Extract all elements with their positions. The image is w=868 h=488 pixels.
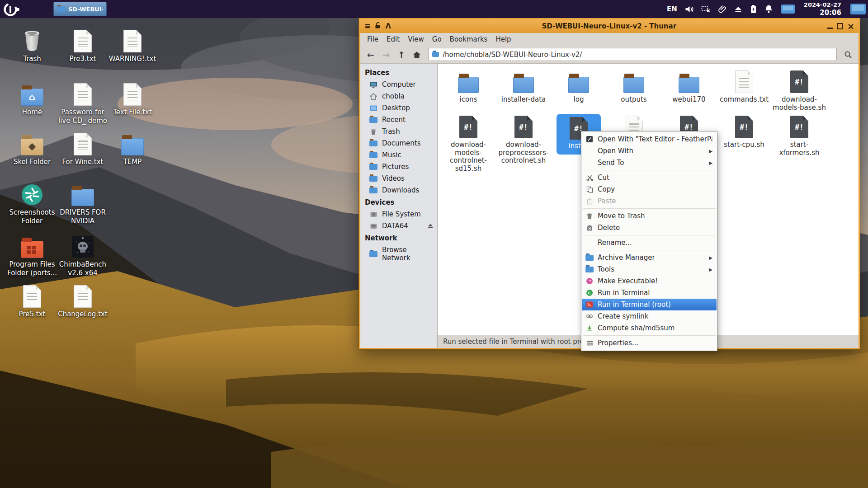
sidebar-item-pictures[interactable]: Pictures — [360, 161, 437, 173]
desktop-icon-nvidia-drivers[interactable]: DRIVERS FOR NVIDIA — [57, 181, 108, 225]
top-panel: SD-WEBUI-Neuro-Li... EN — [0, 0, 868, 18]
distro-logo-icon[interactable] — [3, 1, 21, 18]
ctx-run-in-terminal[interactable]: Run in Terminal — [582, 287, 717, 299]
text-file-icon — [735, 70, 753, 93]
desktop-icon-program-files[interactable]: Program Files Folder (ports... — [7, 233, 57, 277]
file-item-log[interactable]: log — [551, 69, 606, 104]
apps-folder-icon — [21, 241, 43, 258]
desktop-icon-pre5[interactable]: Pre5.txt — [7, 282, 57, 319]
minimize-button[interactable] — [827, 28, 833, 29]
close-button[interactable]: × — [847, 22, 854, 31]
sidebar-item-trash[interactable]: Trash — [360, 126, 437, 137]
menu-bookmarks[interactable]: Bookmarks — [446, 34, 492, 45]
sidebar-item-desktop[interactable]: Desktop — [360, 102, 437, 114]
file-item-start-cpu[interactable]: #! start-cpu.sh — [717, 114, 772, 149]
volume-icon[interactable] — [685, 5, 693, 13]
titlebar[interactable]: ≡ Λ SD-WEBUI-Neuro-Linux-v2 - Thunar × — [360, 19, 859, 33]
sidebar-item-videos[interactable]: Videos — [360, 173, 437, 184]
folder-icon — [623, 77, 644, 93]
ctx-properties[interactable]: Properties... — [582, 337, 717, 349]
menu-view[interactable]: View — [404, 34, 428, 45]
drive-icon — [369, 211, 377, 218]
file-item-installer-data[interactable]: installer-data — [496, 69, 551, 104]
desktop-screen: SD-WEBUI-Neuro-Li... EN — [0, 0, 868, 488]
file-item-commands[interactable]: commands.txt — [717, 69, 772, 104]
maximize-button[interactable] — [837, 23, 843, 29]
file-item-start-xformers[interactable]: #! start-xformers.sh — [772, 114, 827, 157]
sidebar-item-recent[interactable]: Recent — [360, 114, 437, 126]
ctx-open-with-featherpad[interactable]: Open With "Text Editor - FeatherPad" — [582, 133, 717, 145]
up-button[interactable]: ↑ — [395, 48, 408, 61]
desktop-icon-forwine[interactable]: For Wine.txt — [57, 130, 108, 166]
keyboard-layout-indicator[interactable]: EN — [667, 5, 677, 13]
back-button[interactable]: ← — [364, 48, 377, 61]
ctx-paste[interactable]: Paste — [582, 195, 717, 207]
ctx-tools[interactable]: Tools ▶ — [582, 263, 717, 275]
ctx-move-to-trash[interactable]: Move to Trash — [582, 210, 717, 222]
desktop-icon-trash[interactable]: Trash — [7, 27, 57, 63]
window-menu-icon[interactable]: ≡ — [364, 23, 370, 30]
desktop-icon-password[interactable]: Password for live CD_ demo — [57, 80, 108, 125]
battery-icon[interactable] — [750, 5, 757, 14]
desktop-icon-changelog[interactable]: ChangeLog.txt — [57, 282, 108, 319]
file-item-download-models-base[interactable]: #! download-models-base.sh — [772, 69, 827, 112]
desktop-icon-screenshoots[interactable]: Screenshoots Folder — [7, 181, 57, 225]
sidebar-item-downloads[interactable]: Downloads — [360, 184, 437, 196]
file-item-webui170[interactable]: webui170 — [661, 69, 717, 104]
sidebar-item-music[interactable]: Music — [360, 149, 437, 161]
show-desktop-icon[interactable] — [850, 3, 866, 15]
file-item-download-models-controlnet[interactable]: #! download-models-controlnet-sd15.sh — [441, 114, 496, 173]
path-bar[interactable]: /home/chobla/SD-WEBUI-Neuro-Linux-v2/ — [428, 48, 837, 61]
clock[interactable]: 2024-02-27 20:06 — [804, 1, 841, 17]
screen-capture-off-icon[interactable] — [701, 5, 711, 13]
desktop-icon-warning[interactable]: WARNING!.txt — [107, 27, 158, 63]
text-file-icon — [123, 83, 142, 106]
file-item-download-preprocessors[interactable]: #! download-preprocessors-controlnet.sh — [496, 114, 551, 165]
ctx-create-symlink[interactable]: Create symlink — [582, 310, 717, 322]
file-item-icons[interactable]: icons — [441, 69, 496, 104]
sidebar-section-places: Places — [360, 66, 437, 79]
shell-script-icon: #! — [459, 116, 477, 138]
ctx-delete[interactable]: Delete — [582, 222, 717, 234]
status-text: Run selected file in Terminal with root … — [443, 338, 596, 346]
sidebar-item-browse-network[interactable]: Browse Network — [360, 244, 437, 264]
attachment-icon[interactable] — [718, 5, 726, 13]
folder-icon — [513, 77, 534, 93]
ctx-send-to[interactable]: Send To ▶ — [582, 157, 717, 169]
menu-edit[interactable]: Edit — [382, 34, 404, 45]
ctx-compute-checksum[interactable]: Compute sha/md5sum — [582, 322, 717, 334]
sidebar-item-chobla[interactable]: chobla — [360, 90, 437, 102]
desktop-icon-home[interactable]: ⌂ Home — [7, 80, 57, 117]
taskbar-window-button[interactable]: SD-WEBUI-Neuro-Li... — [53, 2, 107, 16]
eject-button[interactable] — [427, 222, 434, 230]
menu-help[interactable]: Help — [491, 34, 515, 45]
shell-script-icon: #! — [514, 116, 533, 138]
delete-icon — [585, 224, 594, 232]
ctx-copy[interactable]: Copy — [582, 183, 717, 195]
desktop-icon-pre3[interactable]: Pre3.txt — [57, 27, 108, 63]
menu-go[interactable]: Go — [428, 34, 446, 45]
workspace-switcher-icon[interactable] — [781, 4, 795, 14]
eject-icon[interactable] — [734, 6, 742, 13]
ctx-open-with[interactable]: Open With ▶ — [582, 145, 717, 157]
desktop-icon-temp[interactable]: TEMP — [107, 130, 158, 166]
sidebar-item-filesystem[interactable]: File System — [360, 208, 437, 220]
sidebar-item-documents[interactable]: Documents — [360, 137, 437, 149]
forward-button[interactable]: → — [379, 48, 393, 61]
menu-file[interactable]: File — [363, 34, 382, 45]
ctx-run-in-terminal-root[interactable]: Run in Terminal (root) — [582, 299, 717, 310]
desktop-icon-chimbabench[interactable]: ChimbaBench v2.6 x64 — [57, 233, 108, 277]
ctx-cut[interactable]: Cut — [582, 172, 717, 183]
search-button[interactable] — [841, 48, 855, 61]
desktop-icon-textfile[interactable]: Text File.txt — [107, 80, 158, 117]
desktop-icon-skel[interactable]: Skel Folder — [7, 130, 57, 166]
text-file-icon — [74, 285, 92, 308]
sidebar-item-data64[interactable]: DATA64 — [360, 220, 437, 232]
sidebar-item-computer[interactable]: Computer — [360, 79, 437, 90]
ctx-rename[interactable]: Rename... — [582, 237, 717, 249]
ctx-make-executable[interactable]: Make Executable! — [582, 275, 717, 287]
file-item-outputs[interactable]: outputs — [606, 69, 661, 104]
notifications-bell-icon[interactable] — [764, 5, 773, 14]
ctx-archive-manager[interactable]: Archive Manager ▶ — [582, 252, 717, 263]
home-button[interactable] — [410, 48, 424, 61]
